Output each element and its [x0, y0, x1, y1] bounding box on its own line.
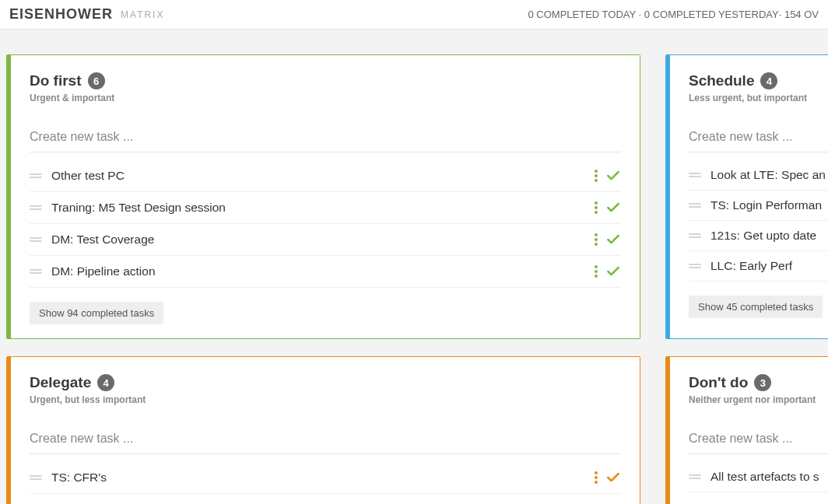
- more-icon[interactable]: [595, 201, 598, 214]
- new-task-input[interactable]: [30, 125, 621, 152]
- task-row[interactable]: TS: Login Performan: [689, 191, 828, 221]
- task-list[interactable]: Look at LTE: Spec an TS: Login Performan…: [689, 160, 828, 282]
- task-list[interactable]: TS: CFR's: [30, 462, 621, 494]
- new-task-input[interactable]: [689, 427, 828, 454]
- task-text: All test artefacts to s: [710, 470, 828, 484]
- quadrant-title: Don't do: [689, 374, 748, 391]
- quadrant-schedule: Schedule 4 Less urgent, but important Lo…: [665, 54, 828, 339]
- task-row[interactable]: TS: CFR's: [30, 462, 621, 494]
- new-task-input[interactable]: [30, 427, 621, 454]
- task-row[interactable]: DM: Pipeline action: [30, 256, 621, 288]
- task-text: Other test PC: [51, 169, 585, 183]
- drag-handle-icon[interactable]: [689, 173, 701, 177]
- quadrant-title: Do first: [30, 72, 82, 89]
- quadrant-subtitle: Urgent, but less important: [30, 394, 621, 405]
- task-text: 121s: Get upto date: [710, 229, 828, 243]
- complete-icon[interactable]: [605, 232, 621, 247]
- brand: EISENHOWER: [9, 6, 113, 23]
- complete-icon[interactable]: [605, 200, 621, 215]
- task-text: DM: Test Coverage: [51, 233, 585, 247]
- drag-handle-icon[interactable]: [689, 474, 701, 479]
- task-row[interactable]: Other test PC: [30, 160, 621, 192]
- quadrant-dont-do: Don't do 3 Neither urgent nor important …: [665, 356, 828, 504]
- task-row[interactable]: Traning: M5 Test Design session: [30, 192, 621, 224]
- drag-handle-icon[interactable]: [30, 475, 42, 480]
- quadrant-subtitle: Less urgent, but important: [689, 93, 828, 103]
- count-badge: 4: [97, 374, 114, 391]
- quadrant-subtitle: Urgent & important: [30, 93, 621, 103]
- task-row[interactable]: LLC: Early Perf: [689, 251, 828, 282]
- task-text: Traning: M5 Test Design session: [51, 201, 585, 215]
- complete-icon[interactable]: [605, 168, 621, 184]
- drag-handle-icon[interactable]: [30, 237, 42, 242]
- drag-handle-icon[interactable]: [689, 264, 701, 268]
- brand-sub: MATRIX: [121, 9, 164, 20]
- complete-icon[interactable]: [605, 470, 621, 485]
- drag-handle-icon[interactable]: [689, 233, 701, 238]
- more-icon[interactable]: [595, 233, 598, 246]
- quadrant-title: Delegate: [30, 374, 91, 391]
- quadrant-title: Schedule: [689, 72, 754, 89]
- task-list[interactable]: All test artefacts to s: [689, 462, 828, 492]
- topbar: EISENHOWER MATRIX 0 COMPLETED TODAY · 0 …: [0, 0, 828, 30]
- task-text: Look at LTE: Spec an: [710, 168, 828, 182]
- new-task-input[interactable]: [689, 125, 828, 152]
- more-icon[interactable]: [595, 170, 598, 182]
- count-badge: 4: [760, 72, 777, 89]
- task-text: DM: Pipeline action: [51, 264, 585, 278]
- show-completed-button[interactable]: Show 94 completed tasks: [30, 302, 163, 324]
- count-badge: 6: [88, 72, 105, 89]
- more-icon[interactable]: [595, 471, 598, 484]
- complete-icon[interactable]: [605, 264, 621, 279]
- drag-handle-icon[interactable]: [30, 173, 42, 178]
- count-badge: 3: [754, 374, 771, 391]
- quadrant-do-first: Do first 6 Urgent & important Other test…: [6, 54, 640, 339]
- show-completed-button[interactable]: Show 45 completed tasks: [689, 296, 823, 318]
- quadrant-delegate: Delegate 4 Urgent, but less important TS…: [6, 356, 640, 504]
- drag-handle-icon[interactable]: [30, 269, 42, 274]
- task-row[interactable]: All test artefacts to s: [689, 462, 828, 492]
- task-list[interactable]: Other test PC Traning: M5 Test Design se…: [30, 160, 621, 288]
- quadrant-subtitle: Neither urgent nor important: [689, 394, 828, 405]
- task-row[interactable]: Look at LTE: Spec an: [689, 160, 828, 191]
- task-row[interactable]: DM: Test Coverage: [30, 224, 621, 256]
- more-icon[interactable]: [595, 265, 598, 278]
- task-text: LLC: Early Perf: [710, 259, 828, 273]
- task-text: TS: Login Performan: [710, 198, 828, 212]
- task-text: TS: CFR's: [51, 471, 585, 485]
- task-row[interactable]: 121s: Get upto date: [689, 221, 828, 251]
- drag-handle-icon[interactable]: [30, 205, 42, 210]
- stats-summary: 0 COMPLETED TODAY · 0 COMPLETED YESTERDA…: [528, 9, 819, 20]
- drag-handle-icon[interactable]: [689, 203, 701, 208]
